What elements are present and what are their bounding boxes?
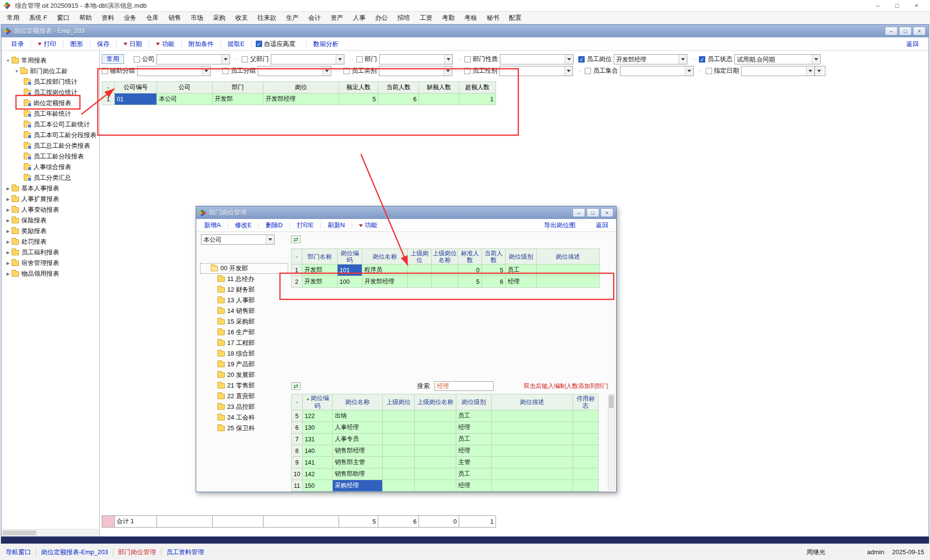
report-window-titlebar[interactable]: 岗位定额报表 - Emp_203 – □ × bbox=[1, 25, 929, 37]
filter-dropdown[interactable] bbox=[741, 66, 815, 76]
grid-header-cell[interactable]: 额定人数 bbox=[339, 82, 378, 93]
grid-cell[interactable] bbox=[537, 276, 600, 288]
grid-cell[interactable] bbox=[491, 457, 573, 468]
tree-item[interactable]: 19 产品部 bbox=[200, 359, 288, 370]
menu-item[interactable]: 系统 F bbox=[24, 13, 52, 23]
toolbar-button[interactable]: 刷新N bbox=[325, 221, 347, 230]
grid-cell[interactable]: 员工 bbox=[456, 434, 491, 445]
grid-cell[interactable]: 9 bbox=[292, 457, 303, 468]
grid-cell[interactable]: 2 bbox=[292, 276, 302, 288]
tree-item[interactable]: 18 综合部 bbox=[200, 348, 288, 359]
filter-checkbox[interactable] bbox=[464, 68, 470, 74]
grid-cell[interactable] bbox=[414, 457, 456, 468]
grid-cell[interactable] bbox=[382, 410, 414, 422]
grid-row[interactable]: 11150采购经理经理 bbox=[292, 480, 599, 492]
grid-cell[interactable]: 5 bbox=[339, 93, 378, 105]
grid-header-cell[interactable]: 公司 bbox=[157, 82, 213, 93]
grid-cell[interactable]: 经理 bbox=[506, 276, 537, 288]
filter-checkbox[interactable] bbox=[585, 68, 591, 74]
tree-item[interactable]: ▶处罚报表 bbox=[1, 236, 99, 247]
grid-header-cell[interactable]: 岗位名称 bbox=[332, 394, 382, 410]
menu-item[interactable]: 人事 bbox=[348, 13, 371, 23]
tree-item[interactable]: ▼部门岗位工龄 bbox=[1, 66, 99, 77]
grid-cell[interactable]: 销售部经理 bbox=[332, 445, 382, 457]
grid-cell[interactable] bbox=[573, 457, 598, 468]
grid-header-cell[interactable]: 岗位 bbox=[264, 82, 339, 93]
back-button[interactable]: 返回 bbox=[903, 40, 922, 48]
dept-window-titlebar[interactable]: 部门岗位管理 – □ × bbox=[196, 206, 616, 219]
grid-header-cell[interactable]: 当前人数 bbox=[482, 249, 506, 264]
grid-cell[interactable]: 6 bbox=[292, 422, 303, 434]
filter-dropdown[interactable] bbox=[500, 54, 574, 64]
menu-item[interactable]: 业务 bbox=[119, 13, 141, 23]
grid-cell[interactable] bbox=[491, 434, 573, 445]
toolbar-button[interactable]: 附加条件 bbox=[186, 40, 217, 48]
grid-header-cell[interactable]: 上级岗位名称 bbox=[432, 249, 458, 264]
filter-dropdown[interactable] bbox=[258, 66, 331, 76]
grid-cell[interactable] bbox=[491, 480, 573, 492]
grid-cell[interactable] bbox=[432, 276, 458, 288]
menu-item[interactable]: 销售 bbox=[164, 13, 186, 23]
grid-cell[interactable] bbox=[157, 516, 213, 528]
grid-row[interactable]: 5122出纳员工 bbox=[292, 410, 599, 422]
tree-item[interactable]: 17 工程部 bbox=[200, 338, 288, 348]
grid-cell[interactable]: 开发部经理 bbox=[264, 93, 339, 105]
grid-cell[interactable] bbox=[382, 480, 414, 492]
grid-cell[interactable] bbox=[491, 410, 573, 422]
filter-dropdown[interactable] bbox=[620, 66, 694, 76]
toolbar-button[interactable]: 提取E bbox=[225, 40, 248, 48]
menu-item[interactable]: 资料 bbox=[97, 13, 119, 23]
tree-item[interactable]: 15 采购部 bbox=[200, 316, 288, 327]
grid-cell[interactable]: 5 bbox=[292, 410, 303, 422]
toolbar-button[interactable]: 目录 bbox=[8, 40, 27, 48]
tree-item[interactable]: 22 直营部 bbox=[200, 391, 288, 402]
grid-cell[interactable]: 采购经理 bbox=[332, 480, 382, 492]
tree-item[interactable]: 人事综合报表 bbox=[1, 162, 99, 172]
toolbar-button[interactable]: 日期 bbox=[121, 40, 145, 48]
grid-header-cell[interactable]: - bbox=[102, 82, 115, 93]
vertical-scrollbar[interactable] bbox=[608, 394, 615, 490]
grid-header-cell[interactable]: 岗位编码 bbox=[338, 249, 362, 264]
grid-cell[interactable] bbox=[573, 434, 598, 445]
grid-cell[interactable]: 合计 1 bbox=[115, 516, 157, 528]
minimize-button[interactable]: – bbox=[885, 27, 898, 35]
grid-cell[interactable]: 员工 bbox=[506, 264, 537, 276]
tree-item[interactable]: 12 财务部 bbox=[200, 284, 288, 295]
grid-cell[interactable]: 开发部经理 bbox=[362, 276, 408, 288]
grid-cell[interactable]: 开发部 bbox=[302, 276, 338, 288]
grid-cell[interactable]: 5 bbox=[482, 264, 506, 276]
grid-cell[interactable]: 销售部主管 bbox=[332, 457, 382, 468]
grid-cell[interactable]: 142 bbox=[302, 468, 332, 480]
tree-expander-icon[interactable]: ▶ bbox=[4, 229, 12, 233]
grid-cell[interactable]: 开发部 bbox=[213, 93, 264, 105]
grid-cell[interactable]: 主管 bbox=[456, 457, 491, 468]
grid-cell[interactable]: 130 bbox=[302, 422, 332, 434]
grid-cell[interactable]: 01 bbox=[115, 93, 157, 105]
tree-item[interactable]: ▶宿舍管理报表 bbox=[1, 258, 99, 268]
tree-item[interactable]: 21 零售部 bbox=[200, 380, 288, 391]
export-position-chart-button[interactable]: 导出岗位图 bbox=[541, 221, 578, 230]
menu-item[interactable]: 考勤 bbox=[437, 13, 460, 23]
tree-item[interactable]: 24 工会科 bbox=[200, 412, 288, 423]
tree-item[interactable]: 员工本司工龄分段报表 bbox=[1, 130, 99, 140]
grid-cell[interactable] bbox=[573, 480, 598, 492]
grid-row[interactable]: 101本公司开发部开发部经理561 bbox=[102, 93, 496, 105]
grid-cell[interactable] bbox=[414, 468, 456, 480]
minimize-button[interactable]: – bbox=[868, 0, 887, 11]
grid-cell[interactable]: 6 bbox=[378, 93, 419, 105]
grid-cell[interactable]: 员工 bbox=[456, 468, 491, 480]
grid-cell[interactable] bbox=[102, 516, 115, 528]
grid-header-cell[interactable]: 超额人数 bbox=[459, 82, 496, 93]
close-button[interactable]: × bbox=[913, 27, 926, 35]
toolbar-button[interactable]: 打印 bbox=[35, 40, 59, 48]
grid-header-cell[interactable]: 上级岗位 bbox=[382, 394, 414, 410]
filter-dropdown[interactable] bbox=[499, 66, 573, 76]
grid-header-cell[interactable]: 停用标志 bbox=[573, 394, 598, 410]
grid-cell[interactable]: 100 bbox=[338, 276, 362, 288]
grid-cell[interactable] bbox=[382, 445, 414, 457]
grid-header-cell[interactable]: ▲岗位编码 bbox=[302, 394, 332, 410]
filter-checkbox[interactable]: ✓ bbox=[699, 56, 705, 62]
tree-item[interactable]: ▶人事变动报表 bbox=[1, 204, 99, 215]
toolbar-button[interactable]: 图形 bbox=[67, 40, 86, 48]
grid-cell[interactable] bbox=[213, 516, 264, 528]
